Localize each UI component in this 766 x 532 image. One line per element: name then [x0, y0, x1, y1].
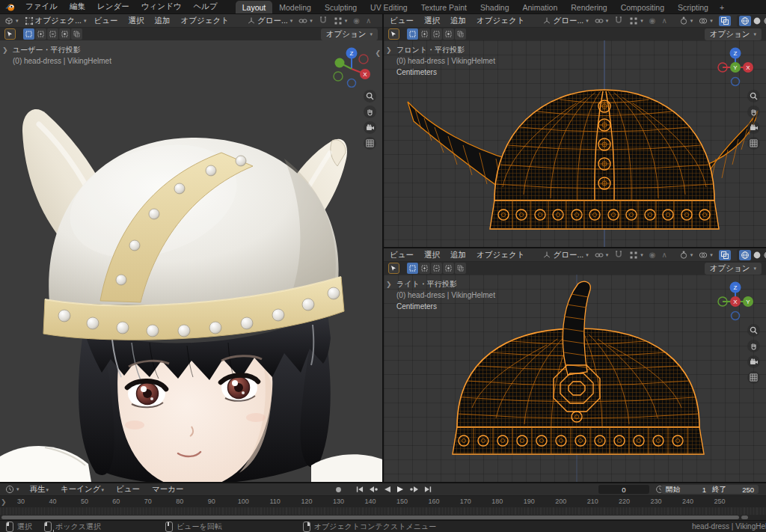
viewport-menu-追加[interactable]: 追加 [449, 16, 468, 26]
snap-target-dropdown[interactable]: ▾ [595, 16, 609, 25]
menu-ファイル[interactable]: ファイル [19, 1, 64, 12]
zoom-button[interactable] [747, 90, 760, 103]
timeline-ruler[interactable]: ❯304050607080901001101201301401501601701… [0, 495, 766, 508]
select-mode-subtract[interactable] [431, 263, 442, 274]
snap-target-dropdown[interactable]: ▾ [298, 16, 313, 25]
proportional-editing-toggle[interactable]: ◉ [353, 16, 360, 25]
shading-material-button[interactable] [763, 251, 766, 260]
current-frame-field[interactable]: 0 [598, 485, 649, 494]
select-mode-extend[interactable] [419, 28, 430, 40]
transform-orientation-dropdown[interactable]: グロー... ▾ [247, 16, 292, 26]
snap-target-dropdown[interactable]: ▾ [595, 251, 609, 260]
select-mode-set[interactable] [407, 263, 418, 274]
shading-solid-button[interactable] [753, 16, 762, 25]
viewport-menu-オブジェクト[interactable]: オブジェクト [475, 250, 526, 260]
add-workspace-button[interactable]: + [715, 1, 729, 13]
select-mode-invert[interactable] [443, 28, 454, 40]
tab-shading[interactable]: Shading [474, 1, 516, 13]
select-mode-extend[interactable] [419, 263, 430, 274]
jump-to-start-button[interactable] [355, 486, 364, 493]
camera-view-button[interactable] [747, 121, 760, 134]
options-dropdown[interactable]: オプション▾ [705, 263, 762, 275]
snap-toggle[interactable] [614, 251, 623, 260]
viewport-main-canvas[interactable]: ❯ ❮ ユーザー・平行投影 (0) head-dress | VikingHel… [0, 40, 382, 482]
select-mode-set[interactable] [23, 28, 34, 40]
viewport-front-canvas[interactable]: ❯ フロント・平行投影 (0) head-dress | VikingHelme… [384, 40, 766, 247]
tab-animation[interactable]: Animation [516, 1, 565, 13]
select-mode-subtract[interactable] [431, 28, 442, 40]
camera-view-button[interactable] [747, 355, 760, 368]
play-button[interactable] [396, 486, 405, 493]
tab-texture-paint[interactable]: Texture Paint [414, 1, 474, 13]
snap-toggle[interactable] [614, 16, 623, 25]
xray-toggle[interactable] [719, 16, 731, 26]
frame-end-field[interactable]: 終了 250 [708, 485, 759, 494]
snap-toggle[interactable] [319, 16, 328, 25]
gizmo-dropdown[interactable]: ▾ [679, 16, 693, 25]
timeline-menu-ビュー[interactable]: ビュー [114, 484, 141, 495]
tab-rendering[interactable]: Rendering [564, 1, 613, 13]
play-reverse-button[interactable] [383, 486, 391, 493]
snapping-dropdown[interactable]: ▾ [334, 16, 348, 25]
menu-レンダー[interactable]: レンダー [91, 1, 135, 12]
shading-wireframe-button[interactable] [739, 16, 751, 26]
select-mode-intersect[interactable] [71, 28, 82, 40]
select-mode-invert[interactable] [59, 28, 70, 40]
scrollbar-handle[interactable] [1, 516, 739, 519]
tab-sculpting[interactable]: Sculpting [318, 1, 364, 13]
overlays-dropdown[interactable]: ▾ [699, 251, 713, 260]
shading-wireframe-button[interactable] [739, 250, 751, 260]
viewport-menu-追加[interactable]: 追加 [449, 250, 468, 260]
navigation-gizmo[interactable]: ZX [330, 44, 373, 88]
pan-button[interactable] [747, 340, 760, 352]
tab-uv-editing[interactable]: UV Editing [364, 1, 414, 13]
menu-ヘルプ[interactable]: ヘルプ [187, 1, 223, 12]
snapping-dropdown[interactable]: ▾ [629, 16, 643, 25]
zoom-button[interactable] [364, 90, 376, 103]
options-dropdown[interactable]: オプション▾ [705, 28, 762, 40]
viewport-side-canvas[interactable]: ❯ ライト・平行投影 (0) head-dress | VikingHelmet… [384, 275, 766, 482]
frame-start-field[interactable]: 開始 1 [661, 485, 711, 494]
zoom-button[interactable] [747, 324, 760, 337]
shading-solid-button[interactable] [753, 251, 762, 260]
viewport-menu-追加[interactable]: 追加 [153, 16, 172, 26]
tab-modeling[interactable]: Modeling [272, 1, 318, 13]
menu-ウィンドウ[interactable]: ウィンドウ [135, 1, 188, 12]
toolbar-toggle-icon[interactable]: ❯ [386, 46, 392, 54]
timeline-tracks[interactable] [0, 507, 766, 515]
overlays-dropdown[interactable]: ▾ [699, 16, 713, 25]
viewport-menu-選択[interactable]: 選択 [423, 16, 441, 26]
viewport-menu-選択[interactable]: 選択 [423, 250, 441, 260]
previous-keyframe-button[interactable] [369, 486, 378, 493]
navigation-gizmo[interactable]: ZXY [714, 44, 757, 88]
proportional-falloff-dropdown[interactable]: ∧ [662, 251, 667, 259]
camera-view-button[interactable] [364, 121, 376, 134]
select-mode-subtract[interactable] [47, 28, 58, 40]
active-tool-button[interactable] [388, 263, 399, 274]
proportional-editing-toggle[interactable]: ◉ [649, 16, 656, 25]
proportional-falloff-dropdown[interactable]: ∧ [366, 16, 371, 25]
active-tool-button[interactable] [388, 28, 399, 40]
tab-layout[interactable]: Layout [236, 1, 273, 13]
shading-material-button[interactable] [763, 16, 766, 25]
active-tool-button[interactable] [4, 28, 16, 40]
mode-dropdown[interactable]: オブジェク... ▾ [25, 16, 87, 26]
next-keyframe-button[interactable] [410, 486, 419, 493]
xray-toggle[interactable] [719, 250, 731, 260]
pan-button[interactable] [747, 106, 760, 118]
sidebar-toggle-icon[interactable]: ❮ [375, 49, 381, 57]
auto-key-button[interactable] [335, 486, 342, 493]
select-mode-extend[interactable] [35, 28, 46, 40]
toolbar-toggle-icon[interactable]: ❯ [2, 46, 8, 54]
select-mode-intersect[interactable] [455, 28, 466, 40]
transform-orientation-dropdown[interactable]: グロー... ▾ [542, 16, 588, 26]
options-dropdown[interactable]: オプション▾ [321, 28, 378, 40]
transform-orientation-dropdown[interactable]: グロー... ▾ [542, 250, 588, 260]
viewport-menu-ビュー[interactable]: ビュー [388, 16, 415, 26]
tab-scripting[interactable]: Scripting [671, 1, 715, 13]
viewport-menu-オブジェクト[interactable]: オブジェクト [180, 16, 230, 26]
orthographic-toggle-button[interactable] [364, 137, 376, 150]
select-mode-intersect[interactable] [455, 263, 466, 274]
viewport-menu-ビュー[interactable]: ビュー [388, 250, 415, 260]
menu-編集[interactable]: 編集 [64, 1, 91, 12]
